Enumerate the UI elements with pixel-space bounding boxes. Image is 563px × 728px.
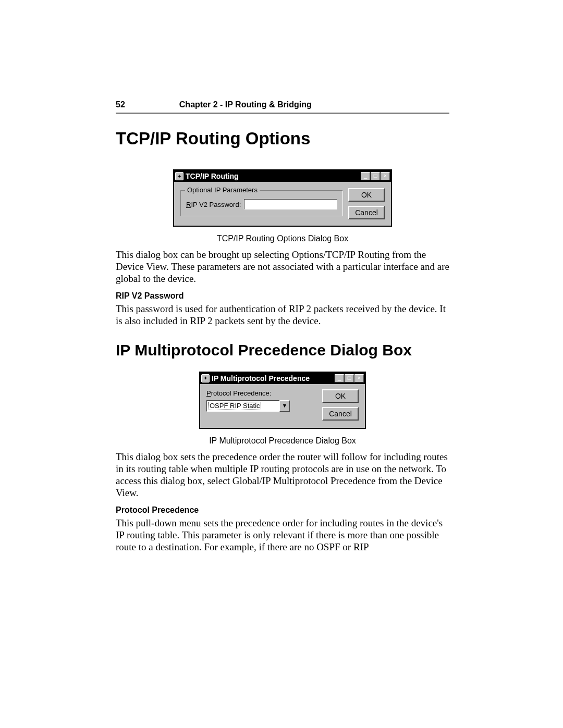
minimize-icon[interactable]: _ [361, 172, 370, 180]
dialog2-title: IP Multiprotocol Precedence [212, 374, 334, 382]
section1-paragraph1: This dialog box can be brought up select… [116, 249, 449, 285]
maximize-icon[interactable]: □ [371, 172, 380, 180]
page-number: 52 [116, 100, 125, 109]
ip-multiprotocol-dialog: ✦ IP Multiprotocol Precedence _ □ × Prot… [199, 372, 366, 429]
dialog1-buttons: OK Cancel [348, 188, 385, 219]
cancel-button[interactable]: Cancel [348, 206, 385, 219]
dialog1-titlebar[interactable]: ✦ TCP/IP Routing _ □ × [174, 170, 391, 182]
dialog2-caption: IP Multiprotocol Precedence Dialog Box [116, 436, 449, 446]
groupbox-legend: Optional IP Parameters [185, 186, 260, 194]
section2-paragraph2: This pull-down menu sets the precedence … [116, 517, 449, 553]
maximize-icon[interactable]: □ [345, 374, 354, 382]
window-controls: _ □ × [360, 172, 390, 180]
combo-value[interactable]: OSPF RIP Static [206, 400, 279, 412]
header-rule [116, 113, 449, 114]
rip-password-row: RIP V2 Password: [186, 199, 337, 209]
chapter-title: Chapter 2 - IP Routing & Bridging [179, 100, 312, 109]
protocol-precedence-combo[interactable]: OSPF RIP Static ▼ [206, 400, 290, 412]
tcpip-routing-dialog: ✦ TCP/IP Routing _ □ × Optional IP Param… [173, 169, 392, 227]
section-heading-tcpip: TCP/IP Routing Options [116, 129, 449, 149]
dialog2-wrapper: ✦ IP Multiprotocol Precedence _ □ × Prot… [116, 372, 449, 429]
app-icon: ✦ [201, 374, 210, 382]
dialog1-caption: TCP/IP Routing Options Dialog Box [116, 234, 449, 243]
page-header: 52 Chapter 2 - IP Routing & Bridging [116, 100, 449, 109]
dialog1-title: TCP/IP Routing [186, 172, 360, 180]
window-controls: _ □ × [334, 374, 364, 382]
close-icon[interactable]: × [354, 374, 364, 382]
ok-button[interactable]: OK [322, 389, 359, 403]
protocol-precedence-label: Protocol Precedence: [206, 389, 315, 397]
optional-ip-parameters-group: Optional IP Parameters RIP V2 Password: [180, 190, 343, 216]
dialog1-wrapper: ✦ TCP/IP Routing _ □ × Optional IP Param… [116, 169, 449, 227]
protocol-precedence-heading: Protocol Precedence [116, 505, 449, 515]
rip-password-label: RIP V2 Password: [186, 201, 241, 208]
page-content: 52 Chapter 2 - IP Routing & Bridging TCP… [116, 100, 449, 559]
dialog1-body: Optional IP Parameters RIP V2 Password: … [174, 182, 391, 226]
dialog2-buttons: OK Cancel [322, 389, 359, 421]
section2-paragraph1: This dialog box sets the precedence orde… [116, 451, 449, 499]
rip-password-input[interactable] [244, 199, 337, 209]
cancel-button[interactable]: Cancel [322, 407, 359, 421]
dialog2-left: Protocol Precedence: OSPF RIP Static ▼ [206, 389, 315, 412]
close-icon[interactable]: × [381, 172, 390, 180]
dialog2-body: Protocol Precedence: OSPF RIP Static ▼ O… [200, 384, 365, 428]
section1-paragraph2: This password is used for authentication… [116, 303, 449, 327]
section-heading-multiprotocol: IP Multiprotocol Precedence Dialog Box [116, 341, 449, 359]
rip-v2-password-heading: RIP V2 Password [116, 291, 449, 301]
dialog2-titlebar[interactable]: ✦ IP Multiprotocol Precedence _ □ × [200, 373, 365, 384]
minimize-icon[interactable]: _ [335, 374, 344, 382]
chevron-down-icon[interactable]: ▼ [279, 400, 290, 412]
app-icon: ✦ [175, 172, 183, 180]
ok-button[interactable]: OK [348, 188, 385, 202]
